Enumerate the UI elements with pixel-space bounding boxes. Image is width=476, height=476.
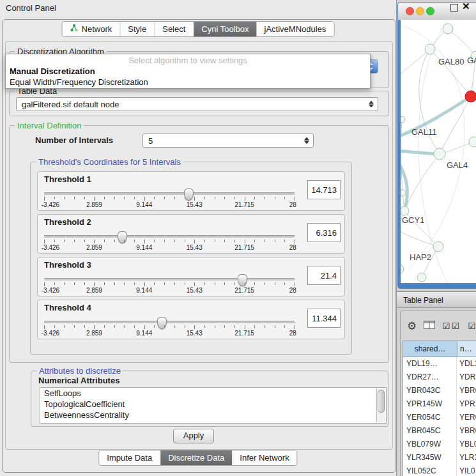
tab-infer-network[interactable]: Infer Network bbox=[232, 450, 296, 465]
scrollbar-thumb[interactable] bbox=[378, 390, 385, 413]
close-icon[interactable]: ✕ bbox=[462, 1, 470, 12]
tab-label: Network bbox=[82, 22, 112, 36]
cyni-mode-tabs: Impute Data Discretize Data Infer Networ… bbox=[98, 450, 297, 466]
network-canvas[interactable]: GAL80GAGAL11GAL4GCY1HAP2 bbox=[401, 20, 476, 283]
tab-style[interactable]: Style bbox=[120, 22, 155, 36]
table-row[interactable]: YDL19…YDL1… bbox=[403, 357, 476, 371]
tab-discretize-data[interactable]: Discretize Data bbox=[160, 450, 232, 465]
combobox-arrows-icon[interactable] bbox=[304, 137, 309, 145]
network-node[interactable] bbox=[401, 190, 406, 196]
checkbox-icon[interactable]: ☑ bbox=[468, 321, 476, 331]
slider-ticks bbox=[44, 282, 295, 287]
interval-definition-group: Interval Definition Number of Intervals … bbox=[9, 125, 389, 363]
threshold-slider[interactable]: -3.4262.8599.14415.4321.71528 bbox=[44, 274, 295, 295]
network-node[interactable] bbox=[401, 206, 409, 215]
column-header-shared-name[interactable]: shared… bbox=[403, 341, 457, 357]
dropdown-hint: Select algorithm to view settings bbox=[6, 55, 370, 66]
slider-track[interactable] bbox=[44, 278, 295, 281]
network-node[interactable] bbox=[469, 137, 476, 147]
num-intervals-combobox[interactable]: 5 bbox=[142, 134, 314, 148]
threshold-slider[interactable]: -3.4262.8599.14415.4321.71528 bbox=[44, 188, 295, 209]
tab-label: Discretize Data bbox=[168, 451, 224, 465]
cell-name: YBL0… bbox=[457, 438, 476, 451]
slider-tick-labels: -3.4262.8599.14415.4321.71528 bbox=[44, 201, 295, 208]
table-row[interactable]: YBR045CYBR0… bbox=[403, 424, 476, 438]
cell-name: YIL0… bbox=[457, 464, 476, 476]
network-node[interactable] bbox=[434, 148, 445, 160]
table-header-row: shared… n… bbox=[403, 341, 476, 357]
cell-shared-name: YBR043C bbox=[403, 384, 457, 397]
float-window-icon[interactable] bbox=[450, 4, 458, 12]
network-node[interactable] bbox=[401, 265, 404, 273]
network-node[interactable] bbox=[425, 44, 435, 54]
threshold-value-box[interactable]: 11.344 bbox=[307, 309, 341, 328]
network-node[interactable] bbox=[401, 116, 405, 123]
tab-network[interactable]: Network bbox=[63, 22, 121, 36]
apply-button[interactable]: Apply bbox=[173, 429, 214, 443]
cell-shared-name: YLR345W bbox=[403, 451, 457, 464]
threshold-slider[interactable]: -3.4262.8599.14415.4321.71528 bbox=[44, 231, 295, 252]
cell-shared-name: YDR27… bbox=[403, 371, 457, 384]
dropdown-option-manual-discretization[interactable]: Manual Discretization bbox=[6, 66, 370, 77]
table-body: YDL19…YDL1…YDR27…YDR2…YBR043CYBR0…YPR145… bbox=[403, 357, 476, 476]
slider-track[interactable] bbox=[44, 321, 295, 324]
slider-track[interactable] bbox=[44, 235, 295, 238]
network-edge bbox=[419, 49, 440, 154]
attribute-item[interactable]: TopologicalCoefficient bbox=[40, 399, 386, 410]
attribute-item[interactable]: BetweennessCentrality bbox=[40, 410, 386, 420]
tab-label: Infer Network bbox=[240, 451, 289, 465]
network-edge bbox=[401, 49, 430, 77]
network-node-label: GAL11 bbox=[411, 127, 437, 137]
network-node-label: GA bbox=[467, 56, 476, 65]
zoom-traffic-light-icon[interactable] bbox=[426, 7, 434, 15]
cell-shared-name: YBR045C bbox=[403, 424, 457, 438]
tab-label: jActiveMNodules bbox=[265, 22, 326, 36]
gear-icon[interactable]: ⚙ bbox=[407, 319, 417, 333]
threshold-value-box[interactable]: 14.713 bbox=[307, 180, 341, 199]
table-row[interactable]: YBR043CYBR0… bbox=[403, 384, 476, 397]
tab-select[interactable]: Select bbox=[155, 22, 194, 36]
cell-shared-name: YDL19… bbox=[403, 357, 457, 371]
network-node[interactable] bbox=[443, 24, 453, 34]
column-header-name[interactable]: n… bbox=[457, 341, 476, 357]
table-row[interactable]: YBL079WYBL0… bbox=[403, 438, 476, 451]
columns-icon[interactable] bbox=[424, 320, 435, 332]
table-row[interactable]: YIL052CYIL0… bbox=[403, 464, 476, 476]
close-traffic-light-icon[interactable] bbox=[406, 7, 414, 15]
table-data-combobox[interactable]: galFiltered.sif default node bbox=[16, 97, 378, 111]
table-panel-header[interactable]: Table Panel bbox=[397, 291, 476, 308]
network-svg[interactable]: GAL80GAGAL11GAL4GCY1HAP2 bbox=[401, 20, 476, 283]
slider-ticks bbox=[44, 325, 295, 330]
select-columns-checkboxes-icon[interactable]: ☑☑ bbox=[442, 321, 461, 331]
attributes-scrollbar[interactable] bbox=[376, 388, 385, 422]
threshold-value-box[interactable]: 6.316 bbox=[307, 223, 341, 242]
network-view-window: GAL80GAGAL11GAL4GCY1HAP2 bbox=[397, 2, 476, 289]
network-icon bbox=[70, 22, 79, 36]
threshold-row: Threshold 3-3.4262.8599.14415.4321.71528… bbox=[37, 257, 345, 296]
tab-impute-data[interactable]: Impute Data bbox=[99, 450, 160, 465]
network-edge bbox=[448, 29, 476, 56]
network-node-label: HAP2 bbox=[410, 252, 431, 262]
threshold-label: Threshold 1 bbox=[44, 174, 91, 184]
tab-jactivemnodules[interactable]: jActiveMNodules bbox=[257, 22, 334, 36]
dropdown-option-equal-width[interactable]: Equal Width/Frequency Discretization bbox=[6, 77, 370, 88]
slider-track[interactable] bbox=[44, 192, 295, 196]
minimize-traffic-light-icon[interactable] bbox=[416, 7, 424, 15]
network-node[interactable] bbox=[417, 273, 426, 282]
table-row[interactable]: YPR145WYPR1… bbox=[403, 397, 476, 411]
table-row[interactable]: YER054CYER0… bbox=[403, 411, 476, 424]
table-row[interactable]: YDR27…YDR2… bbox=[403, 371, 476, 384]
attributes-list[interactable]: SelfLoopsTopologicalCoefficientBetweenne… bbox=[40, 387, 387, 424]
network-node[interactable] bbox=[433, 242, 443, 252]
table-row[interactable]: YLR345WYLR3… bbox=[403, 451, 476, 464]
tab-cyni-toolbox[interactable]: Cyni Toolbox bbox=[194, 22, 256, 36]
slider-tick-labels: -3.4262.8599.14415.4321.71528 bbox=[44, 244, 295, 251]
thresholds-group: Threshold's Coordinates for 5 Intervals … bbox=[30, 162, 352, 355]
combobox-arrows-icon[interactable] bbox=[369, 100, 374, 109]
threshold-value-box[interactable]: 21.4 bbox=[307, 266, 341, 285]
network-node-red[interactable] bbox=[465, 91, 476, 102]
attribute-item[interactable]: SelfLoops bbox=[40, 388, 386, 399]
threshold-slider[interactable]: -3.4262.8599.14415.4321.71528 bbox=[44, 317, 295, 337]
num-intervals-label: Number of Intervals bbox=[35, 135, 113, 145]
tab-label: Impute Data bbox=[107, 451, 152, 465]
